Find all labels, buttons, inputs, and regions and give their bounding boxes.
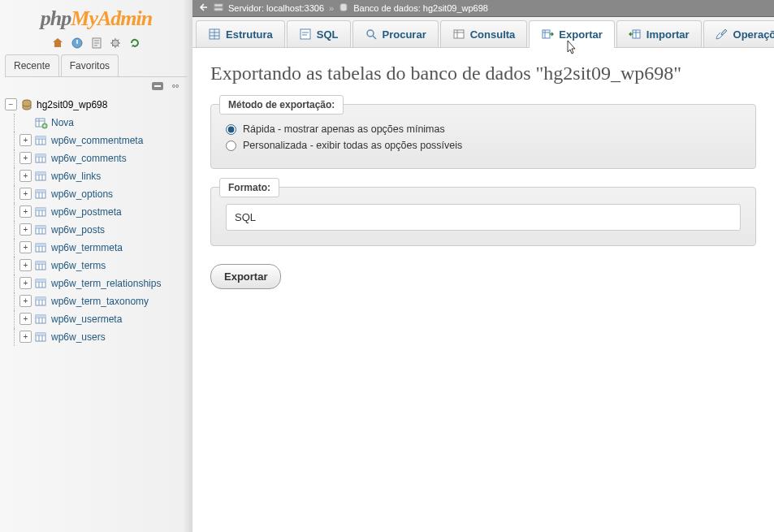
tree-table-label[interactable]: wp6w_term_relationships bbox=[51, 278, 161, 289]
svg-rect-4 bbox=[154, 85, 161, 87]
tree-new-node[interactable]: Nova bbox=[5, 114, 191, 132]
tree-root-node[interactable]: − hg2sit09_wp698 bbox=[5, 96, 191, 114]
main-panel: Servidor: localhost:3306 » Banco de dado… bbox=[192, 0, 774, 532]
tree-table-node[interactable]: + wp6w_postmeta bbox=[5, 203, 191, 221]
tree-table-label[interactable]: wp6w_posts bbox=[51, 224, 105, 236]
tree-expand-icon[interactable]: + bbox=[19, 205, 32, 218]
tree-table-label[interactable]: wp6w_usermeta bbox=[51, 314, 122, 325]
tab-export[interactable]: Exportar bbox=[529, 20, 614, 48]
tree-table-label[interactable]: wp6w_comments bbox=[51, 153, 127, 164]
tree-table-label[interactable]: wp6w_postmeta bbox=[51, 206, 122, 218]
database-icon bbox=[339, 2, 348, 14]
table-browse-icon[interactable] bbox=[35, 259, 48, 272]
radio-custom[interactable] bbox=[226, 141, 236, 151]
tab-favorites[interactable]: Favoritos bbox=[61, 54, 119, 76]
tab-structure[interactable]: Estrutura bbox=[196, 20, 285, 47]
tree-table-label[interactable]: wp6w_term_taxonomy bbox=[51, 296, 149, 307]
table-browse-icon[interactable] bbox=[35, 170, 48, 183]
breadcrumb-server[interactable]: Servidor: localhost:3306 bbox=[228, 3, 324, 13]
svg-rect-29 bbox=[36, 315, 45, 318]
tree-table-label[interactable]: wp6w_terms bbox=[51, 260, 106, 271]
settings-icon[interactable] bbox=[109, 37, 122, 50]
table-browse-icon[interactable] bbox=[35, 241, 48, 254]
export-method-fieldset: Método de exportação: Rápida - mostrar a… bbox=[210, 104, 756, 169]
database-icon bbox=[20, 98, 33, 111]
radio-quick-row[interactable]: Rápida - mostrar apenas as opções mínima… bbox=[226, 121, 741, 137]
tab-recent[interactable]: Recente bbox=[5, 54, 59, 76]
tree-table-label[interactable]: wp6w_termmeta bbox=[51, 242, 123, 253]
tree-table-node[interactable]: + wp6w_users bbox=[5, 328, 191, 346]
sidebar-top-icons bbox=[0, 34, 192, 54]
radio-custom-row[interactable]: Personalizada - exibir todas as opções p… bbox=[226, 137, 741, 154]
radio-quick[interactable] bbox=[226, 124, 236, 135]
collapse-all-icon[interactable] bbox=[152, 80, 163, 93]
reload-icon[interactable] bbox=[128, 37, 141, 50]
format-fieldset: Formato: SQL bbox=[210, 187, 756, 246]
nav-back-icon[interactable] bbox=[199, 2, 209, 14]
tab-search-label: Procurar bbox=[383, 28, 426, 41]
tree-table-node[interactable]: + wp6w_usermeta bbox=[5, 310, 191, 328]
logout-icon[interactable] bbox=[71, 37, 84, 50]
import-icon bbox=[629, 28, 642, 41]
tree-table-label[interactable]: wp6w_commentmeta bbox=[51, 135, 143, 146]
tree-collapse-icon[interactable]: − bbox=[5, 98, 17, 110]
tree-table-node[interactable]: + wp6w_posts bbox=[5, 221, 191, 239]
tree-table-node[interactable]: + wp6w_options bbox=[5, 185, 191, 203]
tree-expand-icon[interactable]: + bbox=[19, 170, 32, 182]
tree-new-label[interactable]: Nova bbox=[51, 117, 74, 128]
table-browse-icon[interactable] bbox=[35, 134, 48, 147]
tree-expand-icon[interactable]: + bbox=[19, 259, 32, 271]
tree-expand-icon[interactable]: + bbox=[19, 295, 32, 307]
table-browse-icon[interactable] bbox=[35, 205, 48, 218]
svg-rect-27 bbox=[36, 297, 45, 300]
tree-table-node[interactable]: + wp6w_term_taxonomy bbox=[5, 292, 191, 310]
table-browse-icon[interactable] bbox=[35, 277, 48, 290]
tab-query[interactable]: Consulta bbox=[440, 20, 528, 47]
tree-table-label[interactable]: wp6w_options bbox=[51, 188, 113, 200]
svg-rect-11 bbox=[36, 154, 45, 157]
export-method-legend: Método de exportação: bbox=[219, 95, 344, 115]
tree-table-node[interactable]: + wp6w_links bbox=[5, 167, 191, 185]
tab-operations[interactable]: Operações bbox=[703, 20, 774, 47]
tree-expand-icon[interactable]: + bbox=[19, 188, 32, 200]
home-icon[interactable] bbox=[51, 37, 64, 50]
svg-rect-13 bbox=[36, 172, 45, 175]
tree-root-label[interactable]: hg2sit09_wp698 bbox=[37, 99, 107, 110]
phpmyadmin-logo[interactable]: phpMyAdmin bbox=[0, 0, 192, 34]
sql-icon bbox=[299, 28, 312, 41]
svg-rect-15 bbox=[36, 190, 45, 192]
tree-expand-icon[interactable]: + bbox=[19, 331, 32, 343]
table-browse-icon[interactable] bbox=[35, 331, 48, 344]
tree-table-node[interactable]: + wp6w_comments bbox=[5, 149, 191, 167]
link-icon[interactable] bbox=[170, 80, 181, 93]
svg-rect-19 bbox=[36, 226, 45, 228]
table-browse-icon[interactable] bbox=[35, 313, 48, 326]
tree-table-node[interactable]: + wp6w_terms bbox=[5, 257, 191, 275]
table-browse-icon[interactable] bbox=[35, 152, 48, 165]
tree-expand-icon[interactable]: + bbox=[19, 241, 32, 253]
tree-table-label[interactable]: wp6w_users bbox=[51, 331, 106, 343]
tab-sql[interactable]: SQL bbox=[287, 20, 351, 47]
tree-expand-icon[interactable]: + bbox=[19, 223, 32, 236]
export-button[interactable]: Exportar bbox=[210, 264, 281, 289]
tree-table-node[interactable]: + wp6w_term_relationships bbox=[5, 275, 191, 292]
breadcrumb-database[interactable]: Banco de dados: hg2sit09_wp698 bbox=[353, 3, 488, 13]
table-browse-icon[interactable] bbox=[35, 295, 48, 308]
server-icon bbox=[214, 2, 223, 14]
tree-expand-icon[interactable]: + bbox=[19, 277, 32, 289]
tree-expand-icon[interactable]: + bbox=[19, 134, 32, 146]
tree-table-node[interactable]: + wp6w_commentmeta bbox=[5, 132, 191, 149]
table-browse-icon[interactable] bbox=[35, 223, 48, 236]
tree-table-node[interactable]: + wp6w_termmeta bbox=[5, 239, 191, 257]
tab-search[interactable]: Procurar bbox=[352, 20, 439, 47]
breadcrumb-db-label: Banco de dados: bbox=[353, 3, 421, 13]
format-select[interactable]: SQL bbox=[226, 204, 741, 231]
top-tabs: Estrutura SQL Procurar Consulta Exportar… bbox=[192, 17, 774, 48]
tree-expand-icon[interactable]: + bbox=[19, 152, 32, 164]
tab-import[interactable]: Importar bbox=[616, 20, 702, 47]
breadcrumb: Servidor: localhost:3306 » Banco de dado… bbox=[192, 0, 774, 17]
tree-table-label[interactable]: wp6w_links bbox=[51, 171, 101, 182]
docs-icon[interactable] bbox=[90, 37, 103, 50]
table-browse-icon[interactable] bbox=[35, 188, 48, 201]
tree-expand-icon[interactable]: + bbox=[19, 313, 32, 325]
